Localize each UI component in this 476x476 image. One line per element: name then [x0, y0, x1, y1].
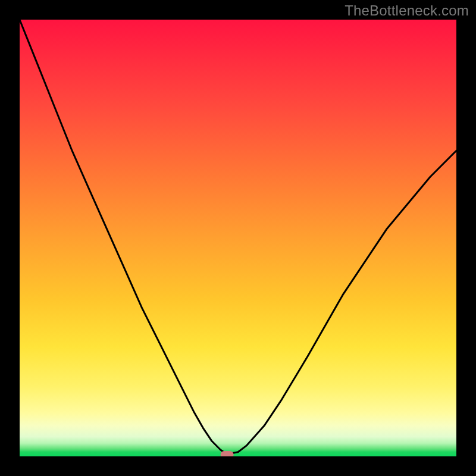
plot-area: [20, 20, 456, 456]
bottleneck-curve: [20, 20, 456, 454]
watermark-text: TheBottleneck.com: [345, 2, 469, 19]
plot-svg: [20, 20, 456, 456]
optimal-point-marker: [221, 451, 234, 456]
chart-frame: TheBottleneck.com: [0, 0, 476, 476]
